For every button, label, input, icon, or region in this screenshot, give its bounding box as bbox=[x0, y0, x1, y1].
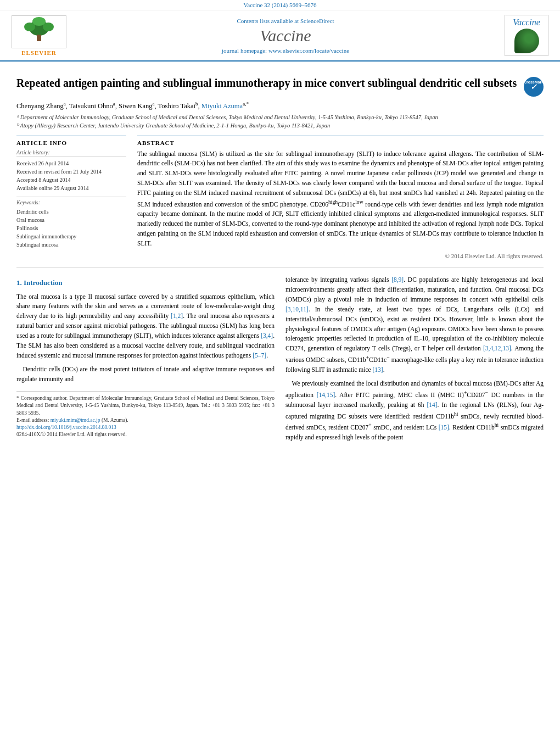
vol-info-text: Vaccine 32 (2014) 5669–5676 bbox=[244, 2, 317, 8]
kw-sublingual: Sublingual mucosa bbox=[16, 241, 126, 249]
kw-oral: Oral mucosa bbox=[16, 216, 126, 224]
abstract-heading: ABSTRACT bbox=[137, 140, 544, 146]
sciencedirect-line: Contents lists available at ScienceDirec… bbox=[237, 18, 334, 24]
accepted-date: Accepted 8 August 2014 bbox=[16, 176, 126, 184]
kw-dendritic: Dendritic cells bbox=[16, 208, 126, 216]
abstract-text: The sublingual mucosa (SLM) is utilized … bbox=[137, 149, 544, 249]
kw-pollinosis: Pollinosis bbox=[16, 224, 126, 232]
elsevier-logo: ELSEVIER bbox=[9, 15, 69, 56]
journal-title: Vaccine bbox=[260, 26, 311, 45]
author-chenyang: Chenyang Zhang bbox=[16, 102, 64, 110]
author-miyuki[interactable]: Miyuki Azuma bbox=[201, 102, 243, 110]
email-line: E-mail address: miyuki.mim@tmd.ac.jp (M.… bbox=[16, 417, 275, 424]
article-history-section: Article history: Received 26 April 2014 … bbox=[16, 149, 126, 192]
sciencedirect-link-text[interactable]: ScienceDirect bbox=[300, 18, 334, 24]
svg-text:CrossMark: CrossMark bbox=[525, 80, 542, 84]
ref-14-15[interactable]: [14,15] bbox=[317, 392, 335, 398]
author-tatsukuni: Tatsukuni Ohno bbox=[69, 102, 113, 110]
elsevier-logo-box bbox=[12, 15, 66, 48]
body-col-left: 1. Introduction The oral mucosa is a typ… bbox=[16, 275, 275, 447]
article-title-row: Repeated antigen painting and sublingual… bbox=[16, 76, 544, 97]
intro-heading: 1. Introduction bbox=[16, 277, 275, 288]
vaccine-logo-box: Vaccine bbox=[505, 15, 548, 56]
journal-header-center: Contents lists available at ScienceDirec… bbox=[75, 15, 496, 56]
ref-3-4-12-13[interactable]: [3,4,12,13] bbox=[483, 345, 511, 352]
vol-info: Vaccine 32 (2014) 5669–5676 bbox=[0, 0, 560, 10]
article-info-heading: ARTICLE INFO bbox=[16, 140, 126, 146]
svg-text:✓: ✓ bbox=[530, 83, 537, 91]
journal-homepage-line: journal homepage: www.elsevier.com/locat… bbox=[222, 47, 349, 54]
authors-line: Chenyang Zhanga, Tatsukuni Ohnoa, Siwen … bbox=[16, 101, 544, 110]
intro-para2: Dendritic cells (DCs) are the most poten… bbox=[16, 365, 275, 384]
ref-14[interactable]: [14] bbox=[427, 401, 437, 408]
body-columns: 1. Introduction The oral mucosa is a typ… bbox=[16, 275, 544, 447]
section-divider bbox=[16, 267, 544, 267]
ref-15[interactable]: [15] bbox=[439, 424, 449, 431]
svg-point-5 bbox=[32, 17, 46, 26]
elsevier-text: ELSEVIER bbox=[21, 49, 57, 56]
copyright-text: © 2014 Elsevier Ltd. All rights reserved… bbox=[137, 253, 544, 259]
vaccine-logo: Vaccine bbox=[502, 15, 551, 56]
right-para1: tolerance by integrating various signals… bbox=[285, 275, 544, 375]
article-title: Repeated antigen painting and sublingual… bbox=[16, 76, 518, 90]
affiliation-b: ᵇ Atopy (Allergy) Research Center, Junte… bbox=[16, 122, 544, 130]
history-label: Article history: bbox=[16, 149, 126, 157]
body-col-right: tolerance by integrating various signals… bbox=[285, 275, 544, 447]
author-toshiro: Toshiro Takai bbox=[158, 102, 196, 110]
kw-slit: Sublingual immunotherapy bbox=[16, 232, 126, 241]
intro-para1: The oral mucosa is a type II mucosal sur… bbox=[16, 292, 275, 361]
corresponding-author-note: * Corresponding author. Department of Mo… bbox=[16, 395, 275, 417]
article-info-panel: ARTICLE INFO Article history: Received 2… bbox=[16, 136, 126, 260]
revised-date: Received in revised form 21 July 2014 bbox=[16, 168, 126, 176]
keywords-section: Keywords: Dendritic cells Oral mucosa Po… bbox=[16, 197, 126, 249]
abstract-panel: ABSTRACT The sublingual mucosa (SLM) is … bbox=[137, 136, 544, 260]
crossmark-icon[interactable]: ✓ CrossMark bbox=[524, 77, 544, 97]
right-para2: We previously examined the local distrib… bbox=[285, 379, 544, 442]
issn-line: 0264-410X/© 2014 Elsevier Ltd. All right… bbox=[16, 431, 275, 438]
keywords-label: Keywords: bbox=[16, 199, 126, 205]
online-date: Available online 29 August 2014 bbox=[16, 184, 126, 192]
received-date: Received 26 April 2014 bbox=[16, 159, 126, 168]
ref-3-10-11[interactable]: [3,10,11] bbox=[285, 306, 309, 313]
ref-1-2[interactable]: [1,2] bbox=[171, 313, 183, 319]
main-content: Repeated antigen painting and sublingual… bbox=[0, 62, 560, 453]
svg-rect-2 bbox=[37, 35, 41, 41]
vaccine-logo-label: Vaccine bbox=[513, 18, 540, 27]
ref-8-9[interactable]: [8,9] bbox=[391, 276, 404, 283]
vaccine-logo-image bbox=[514, 29, 539, 53]
doi-line[interactable]: http://dx.doi.org/10.1016/j.vaccine.2014… bbox=[16, 424, 275, 431]
ref-13[interactable]: [13] bbox=[373, 366, 383, 373]
footnote-area: * Corresponding author. Department of Mo… bbox=[16, 391, 275, 439]
author-siwen: Siwen Kang bbox=[119, 102, 152, 110]
email-link[interactable]: miyuki.mim@tmd.ac.jp bbox=[51, 417, 100, 423]
inhibited-word: inhibited bbox=[329, 210, 351, 217]
journal-homepage-link[interactable]: www.elsevier.com/locate/vaccine bbox=[268, 47, 349, 54]
ref-3-4[interactable]: [3,4] bbox=[261, 332, 273, 339]
affiliation-a: ᵃ Department of Molecular Immunology, Gr… bbox=[16, 114, 544, 122]
affiliations: ᵃ Department of Molecular Immunology, Gr… bbox=[16, 114, 544, 130]
info-abstract-columns: ARTICLE INFO Article history: Received 2… bbox=[16, 136, 544, 260]
crossmark-badge[interactable]: ✓ CrossMark bbox=[524, 77, 544, 97]
doi-link[interactable]: http://dx.doi.org/10.1016/j.vaccine.2014… bbox=[16, 425, 116, 430]
journal-header: ELSEVIER Contents lists available at Sci… bbox=[0, 10, 560, 62]
ref-5-7[interactable]: [5–7] bbox=[253, 352, 266, 359]
